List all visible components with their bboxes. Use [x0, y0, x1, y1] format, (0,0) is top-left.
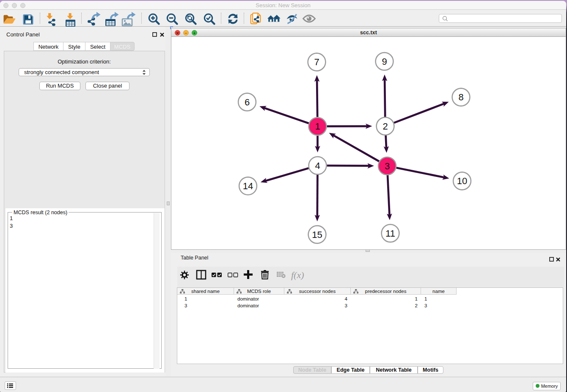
svg-text:6: 6: [245, 97, 250, 108]
svg-text:4: 4: [315, 160, 320, 171]
svg-text:8: 8: [458, 92, 463, 102]
svg-text:9: 9: [382, 56, 387, 67]
svg-text:15: 15: [312, 229, 322, 240]
svg-text:1: 1: [315, 121, 320, 132]
svg-text:10: 10: [457, 176, 467, 186]
svg-text:7: 7: [314, 57, 319, 67]
svg-text:f(x): f(x): [291, 270, 304, 280]
svg-text:11: 11: [385, 228, 395, 239]
svg-text:2: 2: [383, 121, 388, 132]
svg-text:3: 3: [385, 161, 390, 171]
svg-text:14: 14: [243, 181, 253, 191]
